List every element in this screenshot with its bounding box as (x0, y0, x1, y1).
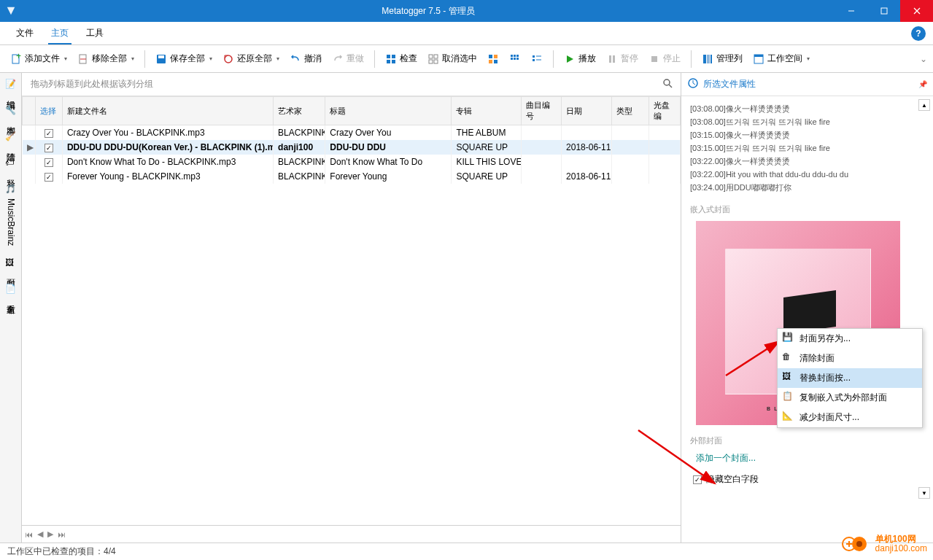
sidetab-edit[interactable]: 📝编辑 (0, 73, 21, 99)
remove-icon (77, 53, 89, 65)
col-select[interactable]: 选择 (36, 97, 63, 125)
undo-icon (290, 53, 301, 65)
copy-icon: 📋 (782, 391, 794, 402)
sidetab-script[interactable]: 🔧脚本 (0, 99, 21, 125)
col-date[interactable]: 日期 (562, 97, 612, 125)
ctx-replace-cover[interactable]: 🖼替换封面按... (778, 368, 922, 388)
help-button[interactable]: ? (911, 26, 926, 41)
scroll-down[interactable]: ▼ (918, 487, 930, 499)
resize-icon: 📐 (782, 411, 794, 422)
col-title[interactable]: 标题 (325, 97, 452, 125)
menu-file[interactable]: 文件 (7, 23, 42, 44)
svg-rect-9 (158, 55, 164, 58)
pin-icon[interactable]: 📌 (918, 80, 927, 88)
table-row[interactable]: ▶✓DDU-DU DDU-DU(Korean Ver.) - BLACKPINK… (23, 140, 681, 155)
col-disc[interactable]: 光盘编 (649, 97, 681, 125)
lyric-line: [03:24.00]用DDU嘟嘟嘟打你 (690, 181, 924, 194)
stop-icon (649, 53, 660, 65)
row-checkbox[interactable]: ✓ (44, 144, 53, 152)
sidetab-musicbrainz[interactable]: 🎵MusicBrainz (0, 178, 21, 252)
svg-rect-29 (533, 55, 535, 58)
view-large-icon (487, 53, 499, 65)
svg-rect-27 (514, 58, 516, 60)
col-type[interactable]: 类型 (612, 97, 649, 125)
close-button[interactable] (900, 0, 933, 22)
row-checkbox[interactable]: ✓ (44, 173, 53, 182)
ctx-save-cover-as[interactable]: 💾封面另存为... (778, 329, 922, 349)
edit-icon: 📝 (5, 79, 17, 90)
menu-home[interactable]: 主页 (42, 23, 77, 44)
workspace-button[interactable]: 工作空间▾ (748, 50, 814, 68)
col-track[interactable]: 曲目编号 (522, 97, 562, 125)
group-bar[interactable]: 拖动列标题到此处根据该列分组 (22, 73, 681, 96)
add-files-button[interactable]: + 添加文件▾ (6, 50, 71, 68)
view-small-button[interactable] (505, 50, 525, 68)
properties-panel: 所选文件属性 📌 ▲ [03:08.00]像火一样烫烫烫烫[03:08.00]뜨… (681, 73, 933, 542)
app-icon (0, 0, 22, 22)
svg-rect-14 (392, 60, 395, 63)
ctx-clear-cover[interactable]: 🗑清除封面 (778, 349, 922, 368)
nav-next[interactable]: ▶ (47, 529, 53, 539)
col-album[interactable]: 专辑 (452, 97, 522, 125)
col-artist[interactable]: 艺术家 (274, 97, 325, 125)
ctx-reduce-size[interactable]: 📐减少封面尺寸... (778, 408, 922, 427)
col-filename[interactable]: 新建文件名 (62, 97, 273, 125)
pause-button[interactable]: 暂停 (602, 50, 643, 68)
hide-empty-checkbox[interactable]: ✓隐藏空白字段 (693, 473, 924, 486)
nav-prev[interactable]: ◀ (37, 529, 43, 539)
ctx-copy-embedded[interactable]: 📋复制嵌入式为外部封面 (778, 388, 922, 408)
remove-all-button[interactable]: 移除全部▾ (73, 50, 139, 68)
svg-rect-11 (387, 55, 390, 58)
table-row[interactable]: ✓Crazy Over You - BLACKPINK.mp3BLACKPINK… (23, 125, 681, 141)
table-row[interactable]: ✓Don't Know What To Do - BLACKPINK.mp3BL… (23, 155, 681, 169)
file-grid[interactable]: 选择 新建文件名 艺术家 标题 专辑 曲目编号 日期 类型 光盘编 ✓Crazy… (22, 96, 681, 525)
svg-rect-40 (754, 55, 763, 57)
svg-rect-19 (489, 55, 492, 58)
row-checkbox[interactable]: ✓ (44, 158, 53, 167)
save-all-button[interactable]: 保存全部▾ (151, 50, 217, 68)
svg-rect-17 (429, 60, 433, 63)
deselect-button[interactable]: 取消选中 (423, 50, 481, 68)
sidetab-tag[interactable]: 🏷释 (0, 152, 21, 178)
row-checkbox[interactable]: ✓ (44, 129, 53, 138)
search-icon[interactable] (662, 77, 673, 91)
sidetab-rename[interactable]: 📄重命名 (0, 278, 21, 304)
manage-cols-button[interactable]: 管理列 (697, 50, 747, 68)
save-as-icon: 💾 (782, 332, 794, 343)
svg-rect-13 (387, 60, 390, 63)
view-large-button[interactable] (483, 50, 503, 68)
sidetab-clean[interactable]: 🧹清除 (0, 125, 21, 152)
cover-icon: 🖼 (5, 257, 17, 269)
redo-button[interactable]: 重做 (328, 50, 368, 68)
scroll-up[interactable]: ▲ (918, 99, 930, 111)
add-cover-link[interactable]: 添加一个封面... (696, 452, 924, 464)
stop-button[interactable]: 停止 (644, 50, 685, 68)
svg-rect-15 (429, 55, 433, 58)
svg-line-42 (669, 85, 672, 88)
table-row[interactable]: ✓Forever Young - BLACKPINK.mp3BLACKPINKF… (23, 169, 681, 184)
watermark-logo (840, 534, 871, 554)
play-button[interactable]: 播放 (560, 50, 600, 68)
props-icon (687, 77, 699, 91)
view-detail-icon (531, 53, 543, 65)
nav-last[interactable]: ⏭ (58, 530, 66, 539)
external-cover-label: 外部封面 (690, 435, 924, 446)
svg-point-41 (664, 79, 670, 85)
restore-all-button[interactable]: 还原全部▾ (218, 50, 284, 68)
maximize-button[interactable] (867, 0, 900, 22)
sidetab-cover[interactable]: 🖼封面 (0, 252, 21, 278)
tag-icon: 🏷 (5, 158, 17, 169)
svg-rect-31 (533, 59, 535, 61)
view-detail-button[interactable] (527, 50, 547, 68)
clean-icon: 🧹 (5, 131, 17, 143)
svg-rect-20 (494, 55, 498, 58)
undo-button[interactable]: 撤消 (285, 50, 326, 68)
menu-tools[interactable]: 工具 (77, 23, 112, 44)
nav-first[interactable]: ⏮ (25, 530, 33, 539)
lyric-line: [03:08.00]뜨거워 뜨거워 뜨거워 like fire (690, 115, 924, 128)
svg-text:+: + (16, 53, 21, 61)
check-button[interactable]: 检查 (381, 50, 422, 68)
minimize-button[interactable] (835, 0, 867, 22)
toolbar-overflow[interactable]: ⌄ (920, 54, 927, 64)
cover-context-menu: 💾封面另存为... 🗑清除封面 🖼替换封面按... 📋复制嵌入式为外部封面 📐减… (777, 328, 923, 428)
